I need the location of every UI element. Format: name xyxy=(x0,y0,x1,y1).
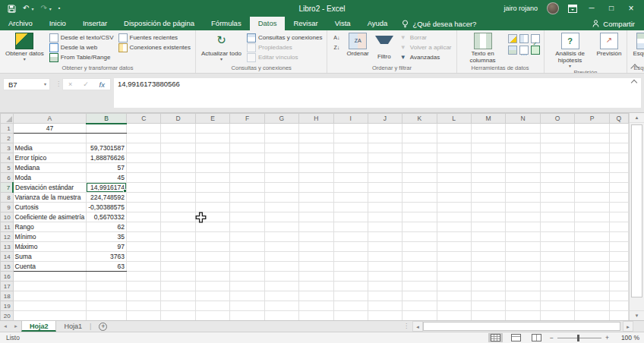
cell-C13[interactable] xyxy=(127,242,161,252)
row-header-16[interactable]: 16 xyxy=(1,272,14,282)
row-header-20[interactable]: 20 xyxy=(1,311,14,321)
new-sheet-button[interactable]: + xyxy=(99,323,107,331)
cell-B14[interactable]: 3763 xyxy=(87,252,127,262)
cell-E14[interactable] xyxy=(195,252,229,262)
cell-K15[interactable] xyxy=(402,262,437,272)
cell-B20[interactable] xyxy=(87,311,127,321)
cell-D20[interactable] xyxy=(161,311,195,321)
cell-K4[interactable] xyxy=(402,153,437,163)
row-header-17[interactable]: 17 xyxy=(1,282,14,291)
cell-C11[interactable] xyxy=(127,222,161,232)
cell-Q2[interactable] xyxy=(609,134,628,143)
cell-H10[interactable] xyxy=(299,212,333,222)
cell-A18[interactable] xyxy=(13,291,87,301)
cell-H6[interactable] xyxy=(299,173,333,183)
obtener-datos-button[interactable]: Obtener datos▾ xyxy=(2,30,47,64)
cell-I10[interactable] xyxy=(333,212,368,222)
cell-A8[interactable]: Varianza de la muestra xyxy=(13,193,87,203)
row-header-18[interactable]: 18 xyxy=(1,291,14,301)
cell-L13[interactable] xyxy=(437,242,471,252)
col-header-L[interactable]: L xyxy=(437,114,471,124)
cell-C7[interactable] xyxy=(127,183,161,193)
cell-G6[interactable] xyxy=(264,173,298,183)
cell-B2[interactable] xyxy=(87,134,127,143)
cell-I5[interactable] xyxy=(333,163,368,173)
cell-Q4[interactable] xyxy=(609,153,628,163)
col-header-G[interactable]: G xyxy=(264,114,298,124)
col-header-H[interactable]: H xyxy=(299,114,333,124)
cell-M18[interactable] xyxy=(471,291,506,301)
cell-A12[interactable]: Mínimo xyxy=(13,232,87,242)
cell-F5[interactable] xyxy=(230,163,264,173)
cell-Q15[interactable] xyxy=(609,262,628,272)
cell-E11[interactable] xyxy=(195,222,229,232)
cell-P12[interactable] xyxy=(575,232,609,242)
cell-O17[interactable] xyxy=(540,282,574,291)
cell-M17[interactable] xyxy=(471,282,506,291)
cell-I16[interactable] xyxy=(333,272,368,282)
cell-O14[interactable] xyxy=(540,252,574,262)
cell-C1[interactable] xyxy=(127,124,161,134)
desde-la-web-button[interactable]: Desde la web xyxy=(47,42,116,52)
row-header-10[interactable]: 10 xyxy=(1,212,14,222)
cell-E18[interactable] xyxy=(195,291,229,301)
cell-P13[interactable] xyxy=(575,242,609,252)
cell-L1[interactable] xyxy=(437,124,471,134)
cell-P9[interactable] xyxy=(575,203,609,212)
row-header-11[interactable]: 11 xyxy=(1,222,14,232)
cell-A1[interactable]: 47 xyxy=(13,124,87,134)
vertical-scrollbar-thumb[interactable] xyxy=(631,124,642,297)
cell-F13[interactable] xyxy=(230,242,264,252)
name-box-caret-icon[interactable]: ▾ xyxy=(44,79,49,90)
cell-N16[interactable] xyxy=(506,272,540,282)
cell-N8[interactable] xyxy=(506,193,540,203)
sheet-tab-hoja1[interactable]: Hoja1 xyxy=(56,321,90,332)
cell-B6[interactable]: 45 xyxy=(87,173,127,183)
cell-D14[interactable] xyxy=(161,252,195,262)
cell-G9[interactable] xyxy=(264,203,298,212)
cell-M16[interactable] xyxy=(471,272,506,282)
cell-I2[interactable] xyxy=(333,134,368,143)
cell-D1[interactable] xyxy=(161,124,195,134)
col-header-O[interactable]: O xyxy=(540,114,574,124)
cell-B10[interactable]: 0,5670332 xyxy=(87,212,127,222)
avanzadas-button[interactable]: Avanzadas xyxy=(396,52,454,62)
sheet-nav-right-icon[interactable]: ► xyxy=(11,321,21,332)
cell-J1[interactable] xyxy=(368,124,402,134)
cell-P17[interactable] xyxy=(575,282,609,291)
cell-P8[interactable] xyxy=(575,193,609,203)
cell-J11[interactable] xyxy=(368,222,402,232)
cell-I12[interactable] xyxy=(333,232,368,242)
cell-H13[interactable] xyxy=(299,242,333,252)
cell-L4[interactable] xyxy=(437,153,471,163)
cell-N9[interactable] xyxy=(506,203,540,212)
minimize-button[interactable]: ─ xyxy=(586,0,597,17)
cell-Q11[interactable] xyxy=(609,222,628,232)
cell-C4[interactable] xyxy=(127,153,161,163)
editar-vinculos-button[interactable]: Editar vínculos xyxy=(245,52,325,62)
cell-D13[interactable] xyxy=(161,242,195,252)
cell-O9[interactable] xyxy=(540,203,574,212)
cell-I19[interactable] xyxy=(333,301,368,311)
cell-I4[interactable] xyxy=(333,153,368,163)
cell-H5[interactable] xyxy=(299,163,333,173)
cell-K20[interactable] xyxy=(402,311,437,321)
cell-D19[interactable] xyxy=(161,301,195,311)
cell-N15[interactable] xyxy=(506,262,540,272)
horizontal-scrollbar-thumb[interactable] xyxy=(423,322,620,331)
cell-I7[interactable] xyxy=(333,183,368,193)
cell-G8[interactable] xyxy=(264,193,298,203)
cell-H7[interactable] xyxy=(299,183,333,193)
cell-K5[interactable] xyxy=(402,163,437,173)
propiedades-button[interactable]: Propiedades xyxy=(245,42,325,52)
cell-C17[interactable] xyxy=(127,282,161,291)
scroll-left-icon[interactable]: ◄ xyxy=(412,321,423,332)
cell-F16[interactable] xyxy=(230,272,264,282)
cell-Q7[interactable] xyxy=(609,183,628,193)
share-button[interactable]: Compartir xyxy=(592,17,644,30)
cell-Q6[interactable] xyxy=(609,173,628,183)
cell-F1[interactable] xyxy=(230,124,264,134)
scrollbar-splitter[interactable]: ⋮ xyxy=(403,321,412,332)
cell-J15[interactable] xyxy=(368,262,402,272)
cell-Q9[interactable] xyxy=(609,203,628,212)
